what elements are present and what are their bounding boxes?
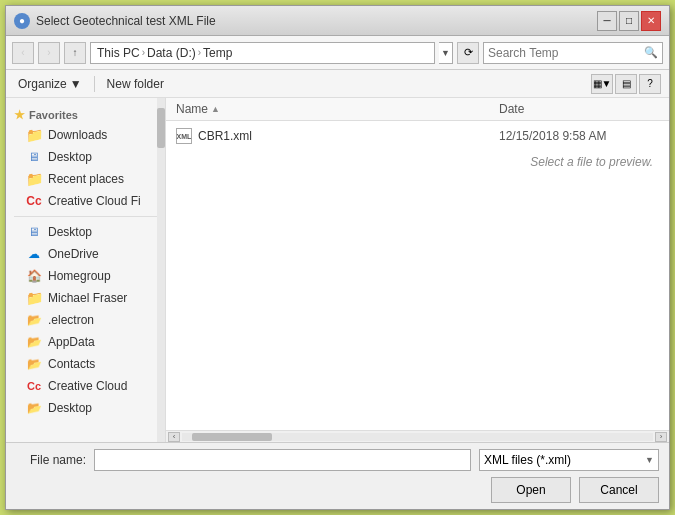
- search-box[interactable]: 🔍: [483, 42, 663, 64]
- favorites-label: Favorites: [29, 109, 78, 121]
- sep2: ›: [198, 47, 201, 58]
- sidebar-item-contacts[interactable]: 📂 Contacts: [6, 353, 165, 375]
- search-input[interactable]: [488, 46, 641, 60]
- filename-row: File name: XML files (*.xml) ▼: [16, 449, 659, 471]
- appdata-label: AppData: [48, 335, 95, 349]
- filetype-value: XML files (*.xml): [484, 453, 571, 467]
- filename-input[interactable]: [94, 449, 471, 471]
- toolbar-separator: [94, 76, 95, 92]
- cc-icon2: Cc: [26, 378, 42, 394]
- breadcrumb-dropdown[interactable]: ▼: [439, 42, 453, 64]
- file-item[interactable]: XML CBR1.xml 12/15/2018 9:58 AM: [166, 125, 669, 147]
- organize-label: Organize: [18, 77, 67, 91]
- homegroup-label: Homegroup: [48, 269, 111, 283]
- h-scroll-thumb: [192, 433, 272, 441]
- sidebar-item-desktop3[interactable]: 📂 Desktop: [6, 397, 165, 419]
- view-toggle-button[interactable]: ▦▼: [591, 74, 613, 94]
- h-scrollbar[interactable]: ‹ ›: [166, 430, 669, 442]
- michael-label: Michael Fraser: [48, 291, 127, 305]
- file-date: 12/15/2018 9:58 AM: [499, 129, 659, 143]
- sidebar-item-desktop2[interactable]: 🖥 Desktop: [6, 221, 165, 243]
- star-icon: ★: [14, 108, 25, 122]
- dialog-title: Select Geotechnical test XML File: [36, 14, 216, 28]
- sidebar-item-cc1[interactable]: Cc Creative Cloud Fi: [6, 190, 165, 212]
- sidebar-item-recent[interactable]: 📁 Recent places: [6, 168, 165, 190]
- appdata-icon: 📂: [26, 334, 42, 350]
- refresh-button[interactable]: ⟳: [457, 42, 479, 64]
- breadcrumb-thispc: This PC: [97, 46, 140, 60]
- onedrive-label: OneDrive: [48, 247, 99, 261]
- sidebar-item-downloads[interactable]: 📁 Downloads: [6, 124, 165, 146]
- new-folder-label: New folder: [107, 77, 164, 91]
- help-button[interactable]: ?: [639, 74, 661, 94]
- sidebar: ★ Favorites 📁 Downloads 🖥 Desktop: [6, 98, 166, 442]
- contacts-label: Contacts: [48, 357, 95, 371]
- main-content: ★ Favorites 📁 Downloads 🖥 Desktop: [6, 98, 669, 442]
- toolbar: Organize ▼ New folder ▦▼ ▤ ?: [6, 70, 669, 98]
- open-button[interactable]: Open: [491, 477, 571, 503]
- maximize-button[interactable]: □: [619, 11, 639, 31]
- recent-label: Recent places: [48, 172, 124, 186]
- desktop-label3: Desktop: [48, 401, 92, 415]
- sidebar-item-desktop1[interactable]: 🖥 Desktop: [6, 146, 165, 168]
- cc-label2: Creative Cloud: [48, 379, 127, 393]
- sidebar-item-electron[interactable]: 📂 .electron: [6, 309, 165, 331]
- sidebar-item-michael[interactable]: 📁 Michael Fraser: [6, 287, 165, 309]
- minimize-button[interactable]: ─: [597, 11, 617, 31]
- desktop-icon1: 🖥: [26, 149, 42, 165]
- back-button[interactable]: ‹: [12, 42, 34, 64]
- window-controls: ─ □ ✕: [597, 11, 661, 31]
- pane-toggle-button[interactable]: ▤: [615, 74, 637, 94]
- file-list-header: Name ▲ Date: [166, 98, 669, 121]
- desktop-label2: Desktop: [48, 225, 92, 239]
- desktop-icon2: 🖥: [26, 224, 42, 240]
- user-folder-icon: 📁: [26, 290, 42, 306]
- sort-arrow: ▲: [211, 104, 220, 114]
- onedrive-icon: ☁: [26, 246, 42, 262]
- sidebar-scrollbar-thumb: [157, 108, 165, 148]
- col-name-label: Name: [176, 102, 208, 116]
- col-date-header[interactable]: Date: [499, 102, 659, 116]
- h-scroll-left[interactable]: ‹: [168, 432, 180, 442]
- col-name-header[interactable]: Name ▲: [176, 102, 499, 116]
- filetype-dropdown[interactable]: XML files (*.xml) ▼: [479, 449, 659, 471]
- homegroup-icon: 🏠: [26, 268, 42, 284]
- up-button[interactable]: ↑: [64, 42, 86, 64]
- breadcrumb-bar[interactable]: This PC › Data (D:) › Temp: [90, 42, 435, 64]
- file-area: Name ▲ Date XML CBR1.xml 12/15/2018 9:58: [166, 98, 669, 442]
- downloads-label: Downloads: [48, 128, 107, 142]
- sidebar-divider: [14, 216, 157, 217]
- app-icon: ●: [14, 13, 30, 29]
- forward-button[interactable]: ›: [38, 42, 60, 64]
- search-icon: 🔍: [644, 46, 658, 59]
- favorites-header: ★ Favorites: [6, 104, 165, 124]
- h-scroll-right[interactable]: ›: [655, 432, 667, 442]
- sidebar-item-onedrive[interactable]: ☁ OneDrive: [6, 243, 165, 265]
- electron-folder-icon: 📂: [26, 312, 42, 328]
- cancel-button[interactable]: Cancel: [579, 477, 659, 503]
- filetype-dropdown-arrow: ▼: [645, 455, 654, 465]
- sidebar-item-appdata[interactable]: 📂 AppData: [6, 331, 165, 353]
- address-bar: ‹ › ↑ This PC › Data (D:) › Temp ▼ ⟳ 🔍: [6, 36, 669, 70]
- contacts-icon: 📂: [26, 356, 42, 372]
- sidebar-scrollbar[interactable]: [157, 98, 165, 442]
- buttons-row: Open Cancel: [16, 477, 659, 503]
- sidebar-item-cc2[interactable]: Cc Creative Cloud: [6, 375, 165, 397]
- cc-icon1: Cc: [26, 193, 42, 209]
- recent-icon: 📁: [26, 171, 42, 187]
- new-folder-button[interactable]: New folder: [103, 75, 168, 93]
- h-scroll-track[interactable]: [182, 433, 653, 441]
- filename-label: File name:: [16, 453, 86, 467]
- folder-icon: 📁: [26, 127, 43, 143]
- close-button[interactable]: ✕: [641, 11, 661, 31]
- electron-label: .electron: [48, 313, 94, 327]
- sidebar-item-homegroup[interactable]: 🏠 Homegroup: [6, 265, 165, 287]
- desktop-icon3: 📂: [26, 400, 42, 416]
- file-list: XML CBR1.xml 12/15/2018 9:58 AM Select a…: [166, 121, 669, 430]
- breadcrumb-temp: Temp: [203, 46, 232, 60]
- col-date-label: Date: [499, 102, 524, 116]
- sep1: ›: [142, 47, 145, 58]
- title-bar: ● Select Geotechnical test XML File ─ □ …: [6, 6, 669, 36]
- breadcrumb-data: Data (D:): [147, 46, 196, 60]
- organize-button[interactable]: Organize ▼: [14, 75, 86, 93]
